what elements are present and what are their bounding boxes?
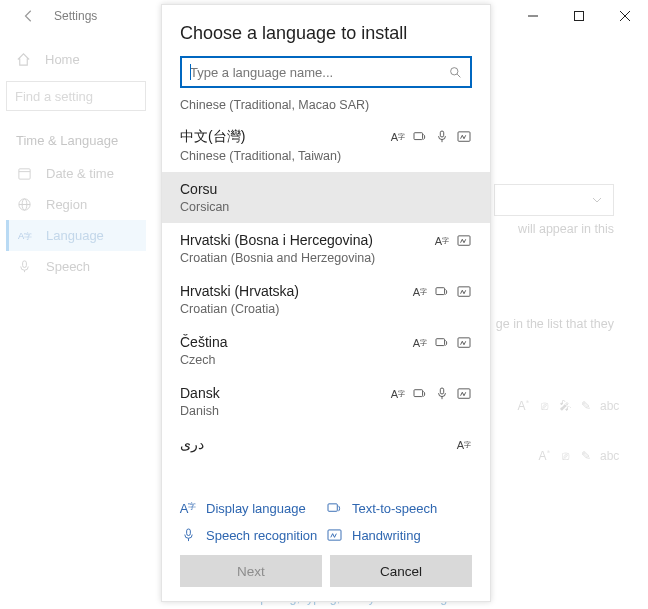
- language-features: A字: [412, 284, 472, 300]
- language-list[interactable]: Chinese (Traditional, Macao SAR) 中文(台灣)C…: [162, 98, 490, 491]
- language-features: A字: [456, 437, 472, 453]
- handwriting-icon: [456, 335, 472, 351]
- svg-rect-20: [436, 339, 445, 346]
- chevron-down-icon: [591, 194, 603, 206]
- language-item[interactable]: DanskDanishA字: [162, 376, 490, 427]
- language-item[interactable]: Hrvatski (Bosna i Hercegovina)Croatian (…: [162, 223, 490, 274]
- back-button[interactable]: [14, 1, 44, 31]
- svg-rect-22: [414, 390, 423, 397]
- clock-icon: [16, 166, 32, 181]
- tts-icon: [326, 502, 342, 515]
- display-icon: Aᵃ: [516, 399, 530, 413]
- svg-text:字: 字: [23, 231, 31, 241]
- sidebar-item-label: Speech: [46, 259, 90, 274]
- svg-line-13: [457, 74, 460, 77]
- sidebar-item-speech[interactable]: Speech: [6, 251, 146, 282]
- svg-rect-16: [458, 132, 470, 141]
- handwriting-icon: [456, 284, 472, 300]
- minimize-button[interactable]: [510, 0, 556, 32]
- display-icon: Aᵃ: [537, 449, 551, 463]
- language-features: A字: [412, 335, 472, 351]
- display-icon: A字: [180, 501, 196, 516]
- cancel-button[interactable]: Cancel: [330, 555, 472, 587]
- tts-icon: [412, 386, 428, 402]
- hw-icon: ✎: [579, 399, 593, 413]
- maximize-icon: [574, 11, 584, 21]
- sidebar-item-label: Region: [46, 197, 87, 212]
- hw-icon: ✎: [579, 449, 593, 463]
- svg-rect-19: [458, 287, 470, 296]
- home-icon: [16, 52, 31, 67]
- maximize-button[interactable]: [556, 0, 602, 32]
- minimize-icon: [528, 11, 538, 21]
- close-button[interactable]: [602, 0, 648, 32]
- body-text: ge in the list that they: [496, 317, 614, 331]
- svg-rect-1: [575, 12, 584, 21]
- svg-rect-11: [22, 261, 26, 268]
- language-english: Czech: [180, 353, 472, 367]
- tts-icon: ⎚: [558, 449, 572, 463]
- sidebar-item-label: Language: [46, 228, 104, 243]
- legend-sr: Speech recognition: [180, 528, 326, 543]
- sidebar-item-language[interactable]: A字 Language: [6, 220, 146, 251]
- display-icon: A字: [434, 233, 450, 249]
- sidebar-item-date-time[interactable]: Date & time: [6, 158, 146, 189]
- handwriting-icon: [456, 386, 472, 402]
- language-install-dialog: Choose a language to install Chinese (Tr…: [161, 4, 491, 602]
- arrow-left-icon: [22, 9, 36, 23]
- svg-rect-25: [328, 504, 337, 511]
- sidebar: Home Find a setting Time & Language Date…: [0, 32, 152, 609]
- microphone-icon: [180, 528, 196, 543]
- sidebar-home[interactable]: Home: [6, 46, 146, 73]
- language-item[interactable]: CorsuCorsican: [162, 172, 490, 223]
- language-native: Hrvatski (Bosna i Hercegovina): [180, 232, 472, 248]
- search-icon: [449, 66, 462, 79]
- language-native: Corsu: [180, 181, 472, 197]
- handwriting-icon: [456, 233, 472, 249]
- mic-icon: 🎤︎: [558, 399, 572, 413]
- next-button[interactable]: Next: [180, 555, 322, 587]
- display-icon: A字: [412, 284, 428, 300]
- language-features: A字: [390, 129, 472, 145]
- svg-rect-23: [440, 388, 443, 394]
- microphone-icon: [434, 129, 450, 145]
- sidebar-item-region[interactable]: Region: [6, 189, 146, 220]
- svg-rect-15: [440, 131, 443, 137]
- language-item[interactable]: 中文(台灣)Chinese (Traditional, Taiwan)A字: [162, 119, 490, 172]
- feature-legend: A字Display language Text-to-speech Speech…: [162, 491, 490, 555]
- globe-icon: [16, 197, 32, 212]
- display-icon: A字: [412, 335, 428, 351]
- tts-icon: [412, 129, 428, 145]
- language-item[interactable]: Hrvatski (Hrvatska)Croatian (Croatia)A字: [162, 274, 490, 325]
- display-icon: A字: [390, 129, 406, 145]
- dialog-buttons: Next Cancel: [162, 555, 490, 601]
- microphone-icon: [434, 386, 450, 402]
- feature-icons-row: Aᵃ ⎚ 🎤︎ ✎ abc: [516, 399, 614, 413]
- language-features: A字: [390, 386, 472, 402]
- language-item-partial[interactable]: Chinese (Traditional, Macao SAR): [162, 98, 490, 119]
- svg-rect-26: [186, 529, 190, 536]
- svg-rect-21: [458, 338, 470, 347]
- sidebar-section: Time & Language: [6, 127, 146, 152]
- microphone-icon: [16, 259, 32, 274]
- svg-point-12: [451, 67, 458, 74]
- language-item[interactable]: ČeštinaCzechA字: [162, 325, 490, 376]
- tts-icon: ⎚: [537, 399, 551, 413]
- language-search[interactable]: [180, 56, 472, 88]
- legend-hw: Handwriting: [326, 528, 472, 543]
- language-item[interactable]: درىA字: [162, 427, 490, 464]
- display-icon: A字: [390, 386, 406, 402]
- dropdown-ghost[interactable]: [494, 184, 614, 216]
- language-english: Croatian (Croatia): [180, 302, 472, 316]
- handwriting-icon: [456, 129, 472, 145]
- language-search-input[interactable]: [190, 65, 449, 80]
- language-native: درى: [180, 436, 472, 452]
- close-icon: [620, 11, 630, 21]
- settings-search[interactable]: Find a setting: [6, 81, 146, 111]
- settings-search-placeholder: Find a setting: [15, 89, 93, 104]
- language-icon: A字: [16, 228, 32, 243]
- tts-icon: [434, 284, 450, 300]
- svg-rect-18: [436, 288, 445, 295]
- legend-display: A字Display language: [180, 501, 326, 516]
- spell-icon: abc: [600, 449, 614, 463]
